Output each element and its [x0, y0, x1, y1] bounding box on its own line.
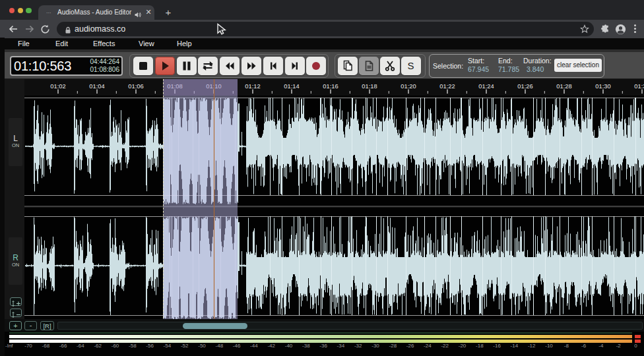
- svg-text:01:02: 01:02: [50, 83, 65, 90]
- svg-text:01:04: 01:04: [89, 83, 104, 90]
- svg-text:01:26: 01:26: [517, 83, 532, 90]
- svg-text:01:22: 01:22: [439, 83, 455, 90]
- svg-text:01:28: 01:28: [556, 83, 571, 90]
- svg-text:01:12: 01:12: [245, 83, 260, 90]
- svg-text:01:24: 01:24: [478, 83, 494, 90]
- svg-text:01:20: 01:20: [401, 83, 416, 90]
- svg-text:01:30: 01:30: [595, 83, 610, 90]
- svg-text:01:16: 01:16: [323, 83, 338, 90]
- svg-text:01:06: 01:06: [128, 83, 143, 90]
- svg-text:01:18: 01:18: [362, 83, 377, 90]
- svg-text:01:32: 01:32: [634, 83, 644, 90]
- svg-text:01:14: 01:14: [284, 83, 299, 90]
